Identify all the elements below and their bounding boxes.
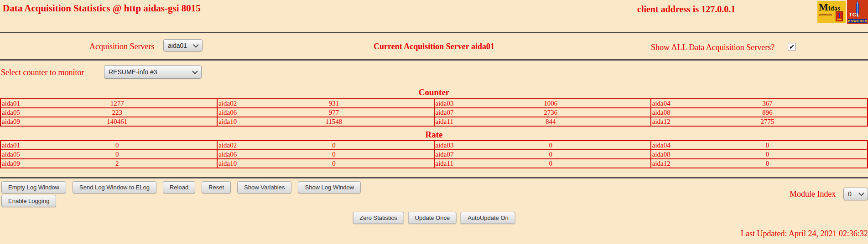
module-index-select[interactable]: 0 bbox=[843, 188, 868, 200]
stats-cell: aida11844 bbox=[434, 117, 651, 126]
page: Data Acquisition Statistics @ http aidas… bbox=[0, 0, 868, 244]
server-name-label: aida01 bbox=[2, 99, 20, 107]
reload-button[interactable]: Reload bbox=[163, 181, 195, 193]
midas-logo[interactable]: Midas powered by bbox=[817, 1, 846, 23]
stats-cell: aida100 bbox=[217, 159, 434, 168]
tcl-logo-subtext: POWERED bbox=[848, 19, 867, 23]
server-value: 844 bbox=[435, 117, 650, 126]
server-name-label: aida03 bbox=[436, 99, 454, 107]
acquisition-server-select-value: aida01 bbox=[168, 42, 187, 49]
server-name-label: aida09 bbox=[2, 159, 20, 168]
toolbar-row-1: Empty Log Window Send Log Window to ELog… bbox=[1, 181, 361, 193]
server-name-label: aida10 bbox=[218, 117, 237, 126]
counter-monitor-select[interactable]: RESUME-info #3 bbox=[104, 65, 202, 79]
server-name-label: aida04 bbox=[652, 141, 670, 149]
server-name-label: aida02 bbox=[218, 141, 237, 149]
server-value: 0 bbox=[435, 150, 650, 158]
stats-cell: aida092 bbox=[0, 159, 217, 168]
stats-cell: aida080 bbox=[651, 150, 868, 159]
server-name-label: aida06 bbox=[218, 150, 237, 158]
server-name-label: aida06 bbox=[218, 108, 237, 117]
show-log-window-button[interactable]: Show Log Window bbox=[298, 181, 361, 193]
server-value: 1277 bbox=[1, 99, 217, 107]
stats-cell: aida050 bbox=[0, 150, 217, 159]
page-title: Data Acquisition Statistics @ http aidas… bbox=[3, 3, 201, 14]
stats-cell: aida04367 bbox=[651, 99, 868, 108]
server-value: 0 bbox=[1, 150, 217, 158]
server-value: 140461 bbox=[1, 117, 217, 126]
stats-cell: aida011277 bbox=[0, 99, 217, 108]
stats-row: aida09140461aida1011548aida11844aida1227… bbox=[0, 117, 868, 126]
client-address-text: client address is 127.0.0.1 bbox=[637, 4, 735, 15]
server-value: 0 bbox=[218, 159, 433, 168]
server-value: 0 bbox=[218, 150, 433, 158]
acquisition-server-select[interactable]: aida01 bbox=[163, 39, 203, 51]
stats-cell: aida020 bbox=[217, 141, 434, 150]
stats-cell: aida060 bbox=[217, 150, 434, 159]
empty-log-window-button[interactable]: Empty Log Window bbox=[1, 181, 66, 193]
server-name-label: aida10 bbox=[218, 159, 237, 168]
divider bbox=[0, 59, 868, 61]
server-value: 0 bbox=[651, 159, 867, 168]
stats-cell: aida031006 bbox=[434, 99, 651, 108]
server-value: 0 bbox=[218, 141, 433, 149]
server-name-label: aida05 bbox=[2, 150, 20, 158]
stats-cell: aida08896 bbox=[651, 108, 868, 117]
server-value: 931 bbox=[218, 99, 433, 107]
stats-cell: aida010 bbox=[0, 141, 217, 150]
send-log-to-elog-button[interactable]: Send Log Window to ELog bbox=[73, 181, 156, 193]
module-index-select-value: 0 bbox=[848, 190, 852, 198]
stats-cell: aida05223 bbox=[0, 108, 217, 117]
module-index-label: Module Index bbox=[790, 189, 836, 199]
counter-table: aida011277aida02931aida031006aida04367ai… bbox=[0, 98, 868, 127]
server-value: 367 bbox=[651, 99, 867, 107]
server-name-label: aida08 bbox=[652, 108, 670, 117]
tcl-logo-text: TCL bbox=[849, 12, 860, 17]
server-name-label: aida08 bbox=[652, 150, 670, 158]
server-value: 223 bbox=[1, 108, 217, 117]
select-counter-label: Select counter to monitor bbox=[1, 68, 84, 77]
acquisition-servers-label: Acquisition Servers bbox=[89, 42, 154, 51]
stats-row: aida010aida020aida030aida040 bbox=[0, 141, 868, 150]
server-value: 11548 bbox=[218, 117, 433, 126]
server-value: 2775 bbox=[651, 117, 867, 126]
update-controls-row: Zero Statistics Update Once AutoUpdate O… bbox=[353, 212, 515, 224]
show-all-servers-checkbox[interactable]: ✔ bbox=[788, 43, 796, 51]
stats-row: aida092aida100aida110aida120 bbox=[0, 159, 868, 168]
server-name-label: aida01 bbox=[2, 141, 20, 149]
midas-logo-subtext: powered by bbox=[819, 13, 832, 16]
server-name-label: aida03 bbox=[436, 141, 454, 149]
show-variables-button[interactable]: Show Variables bbox=[237, 181, 291, 193]
stats-cell: aida1011548 bbox=[217, 117, 434, 126]
stats-row: aida050aida060aida070aida080 bbox=[0, 150, 868, 159]
stats-row: aida05223aida06977aida072736aida08896 bbox=[0, 108, 868, 117]
server-value: 2736 bbox=[435, 108, 650, 117]
server-name-label: aida11 bbox=[436, 117, 453, 126]
show-all-servers-label: Show ALL Data Acquisition Servers? bbox=[651, 43, 774, 52]
server-value: 1006 bbox=[435, 99, 650, 107]
counter-section-title: Counter bbox=[0, 87, 868, 97]
chevron-down-icon bbox=[193, 42, 199, 48]
update-once-button[interactable]: Update Once bbox=[408, 212, 457, 224]
server-name-label: aida07 bbox=[436, 150, 454, 158]
server-value: 2 bbox=[1, 159, 217, 168]
stats-cell: aida02931 bbox=[217, 99, 434, 108]
server-value: 977 bbox=[218, 108, 433, 117]
zero-statistics-button[interactable]: Zero Statistics bbox=[353, 212, 404, 224]
autoupdate-on-button[interactable]: AutoUpdate On bbox=[461, 212, 515, 224]
enable-logging-button[interactable]: Enable Logging bbox=[1, 195, 56, 207]
server-value: 0 bbox=[651, 141, 867, 149]
stats-cell: aida040 bbox=[651, 141, 868, 150]
current-server-text: Current Acquisition Server aida01 bbox=[374, 42, 494, 51]
checkmark-icon: ✔ bbox=[789, 43, 795, 51]
rate-table: aida010aida020aida030aida040aida050aida0… bbox=[0, 140, 868, 168]
stats-cell: aida030 bbox=[434, 141, 651, 150]
server-value: 0 bbox=[435, 141, 650, 149]
chevron-down-icon bbox=[858, 190, 864, 196]
tcl-powered-logo[interactable]: TCL POWERED bbox=[847, 0, 868, 24]
reset-button[interactable]: Reset bbox=[202, 181, 231, 193]
server-value: 0 bbox=[651, 150, 867, 158]
divider bbox=[0, 177, 868, 178]
stats-cell: aida070 bbox=[434, 150, 651, 159]
midas-mini-figure-icon bbox=[836, 11, 843, 21]
